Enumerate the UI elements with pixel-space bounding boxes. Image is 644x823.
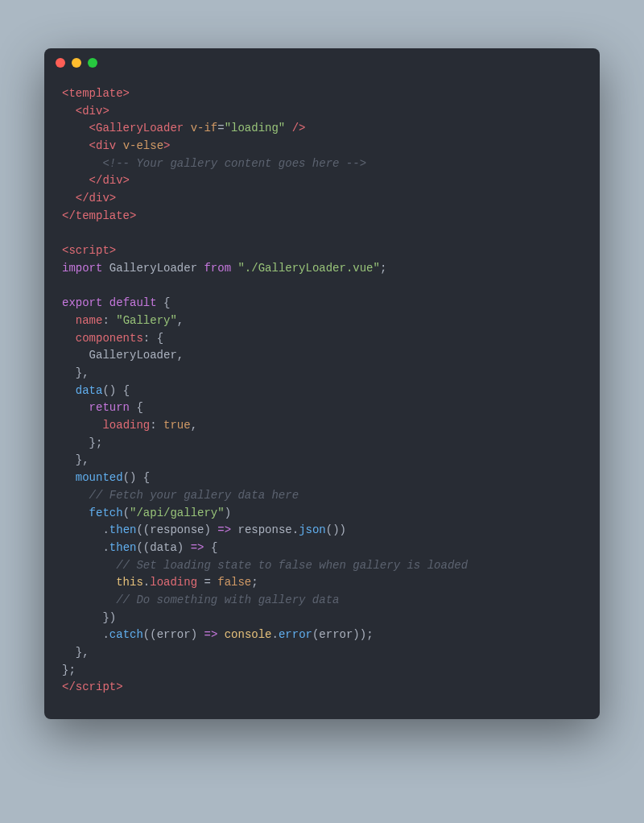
minimize-icon[interactable] bbox=[72, 58, 81, 68]
close-icon[interactable] bbox=[56, 58, 65, 68]
code-line: <div> bbox=[62, 105, 109, 118]
code-editor: <template> <div> <GalleryLoader v-if="lo… bbox=[44, 77, 600, 719]
code-window: <template> <div> <GalleryLoader v-if="lo… bbox=[44, 48, 600, 719]
maximize-icon[interactable] bbox=[88, 58, 97, 68]
code-line: <template> bbox=[62, 87, 130, 100]
window-title-bar bbox=[44, 48, 600, 77]
code-content: <template> <div> <GalleryLoader v-if="lo… bbox=[62, 85, 582, 697]
